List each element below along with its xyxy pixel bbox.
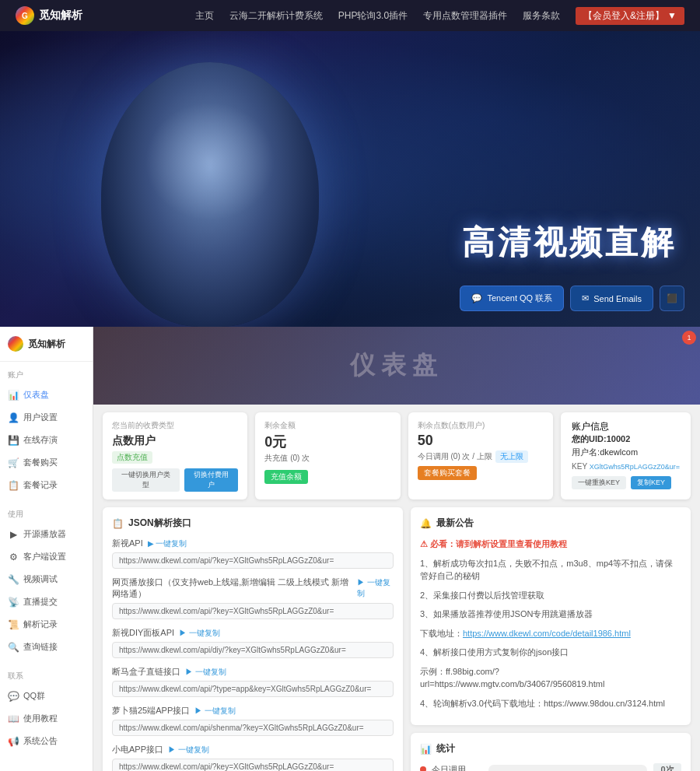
tutorial-icon: 📖 [8,713,19,724]
sidebar-item-tutorial[interactable]: 📖 使用教程 [0,707,93,730]
package-record-icon: 📋 [8,480,19,491]
nav-php[interactable]: PHP轮询3.0插件 [338,9,408,23]
nav-member[interactable]: 【会员登入&注册】 ▼ [576,7,684,25]
api-url-2: https://www.dkewl.com/api/diy/?key=XGltG… [112,642,394,658]
qq-group-icon: 💬 [8,691,19,702]
stat-card-balance: 剩余金额 0元 共充值 (0) 次 充值余额 [255,412,400,499]
api-copy-0[interactable]: ▶ 一键复制 [148,538,187,549]
statistics-title: 📊 统计 [420,742,681,755]
stats-row: 您当前的收费类型 点数用户 点数充值 一键切换用户类型 切换付费用户 剩余金额 … [93,405,700,507]
stat-card-type: 您当前的收费类型 点数用户 点数充值 一键切换用户类型 切换付费用户 [103,412,247,499]
announce-must: ⚠ 必看：请到解析设置里查看使用教程 [420,538,681,551]
stat-balance-value: 0元 [264,433,390,451]
nav-home[interactable]: 主页 [195,9,214,23]
nav-links: 主页 云海二开解析计费系统 PHP轮询3.0插件 专用点数管理器插件 服务条款 … [195,7,684,25]
panel-right: 🔔 最新公告 ⚠ 必看：请到解析设置里查看使用教程 1、解析成功每次扣1点，失败… [411,507,691,771]
stat-type-value: 点数用户 [112,434,238,448]
account-uid: 您的UID:10002 [572,433,680,445]
stat-type-label: 您当前的收费类型 [112,420,238,431]
api-item-5: 小电APP接口 ▶ 一键复制 https://www.dkewl.com/api… [112,744,394,771]
api-copy-5[interactable]: ▶ 一键复制 [168,745,209,755]
copy-key-btn[interactable]: 复制KEY [631,476,671,489]
buy-package-btn[interactable]: 套餐购买套餐 [418,466,477,480]
sidebar-item-package-record[interactable]: 📋 套餐记录 [0,474,93,496]
api-copy-1[interactable]: ▶ 一键复制 [357,577,394,599]
nav-terms[interactable]: 服务条款 [523,9,560,23]
sidebar-item-user-settings[interactable]: 👤 用户设置 [0,406,93,429]
hero-text: 高清视频直解 [462,221,677,265]
sidebar-item-dashboard[interactable]: 📊 仅表盘 [0,384,93,406]
hero-banner: 高清视频直解 💬 Tencent QQ 联系 ✉ Send Emails ⬛ [0,31,700,327]
sidebar-item-package-buy[interactable]: 🛒 套餐购买 [0,451,93,474]
stat-points-actions: 套餐购买套餐 [418,466,544,480]
sidebar-item-player[interactable]: ▶ 开源播放器 [0,523,93,545]
stat-val-0: 0次 [653,763,681,771]
account-info-card: 账户信息 您的UID:10002 用户名:dkewlcom KEY XGltGw… [561,412,691,499]
announce-item-3: 下载地址：https://www.dkewl.com/code/detail19… [420,627,681,640]
live-submit-icon: 📡 [8,597,19,608]
api-name-1: 网页播放接口（仅支持web上线端,新增编辑 二级上线模式 新增网络通） [112,576,352,600]
api-url-4: https://www.dkewl.com/api/shenma/?key=XG… [112,720,394,736]
announce-link-1[interactable]: https://www.dkewl.com/code/detail1986.ht… [463,629,631,638]
sidebar-item-qq-group[interactable]: 💬 QQ群 [0,685,93,707]
sidebar-item-online-store[interactable]: 💾 在线存演 [0,429,93,451]
sidebar-item-announcement[interactable]: 📢 系统公告 [0,730,93,752]
stat-bar-wrap-0 [488,765,647,772]
api-copy-2[interactable]: ▶ 一键复制 [179,628,220,639]
api-url-0: https://www.dkewl.com/api/?key=XGltGwhs5… [112,552,394,569]
api-url-5: https://www.dkewl.com/api/?key=XGltGwhs5… [112,759,394,771]
logo-text: 觅知解析 [39,9,82,23]
hero-astronaut [0,31,420,327]
api-copy-3[interactable]: ▶ 一键复制 [185,667,226,678]
account-key: KEY XGltGwhs5RpLAGGzZ0&ur= [572,461,680,471]
logo-icon: G [16,6,34,25]
stats-icon: 📊 [420,744,432,755]
refresh-key-btn[interactable]: 一键重换KEY [572,476,626,489]
key-value: XGltGwhs5RpLAGGzZ0&ur= [590,463,680,471]
statistics-panel: 📊 统计 今日调用 0次 [411,733,691,771]
api-item-1: 网页播放接口（仅支持web上线端,新增编辑 二级上线模式 新增网络通） ▶ 一键… [112,576,394,619]
api-copy-4[interactable]: ▶ 一键复制 [194,706,236,717]
dashboard: 觅知解析 账户 📊 仅表盘 👤 用户设置 💾 在线存演 🛒 套餐购买 📋 [0,327,700,771]
recharge-balance-btn[interactable]: 充值余额 [264,470,308,484]
sidebar-section-contact: 联系 [0,668,93,685]
sidebar-item-client-settings[interactable]: ⚙ 客户端设置 [0,545,93,568]
site-logo[interactable]: G 觅知解析 [16,6,82,25]
switch-user-type-btn[interactable]: 一键切换用户类型 [112,468,180,492]
hero-buttons: 💬 Tencent QQ 联系 ✉ Send Emails ⬛ [460,286,684,311]
client-settings-icon: ⚙ [8,552,19,562]
hero-email-btn[interactable]: ✉ Send Emails [570,286,653,311]
api-item-3: 断马盒子直链接口 ▶ 一键复制 https://www.dkewl.com/ap… [112,666,394,697]
hero-qr-btn[interactable]: ⬛ [660,286,684,311]
player-icon: ▶ [8,529,19,540]
sidebar-item-query-link[interactable]: 🔍 查询链接 [0,636,93,658]
hero-qq-btn[interactable]: 💬 Tencent QQ 联系 [460,286,564,311]
sidebar-logo-text: 觅知解析 [28,338,65,351]
api-item-4: 萝卜猫25端APP接口 ▶ 一键复制 https://www.dkewl.com… [112,705,394,736]
account-username: 用户名:dkewlcom [572,447,680,458]
api-url-3: https://www.dkewl.com/api/?type=app&key=… [112,681,394,697]
query-link-icon: 🔍 [8,642,19,653]
nav-plugin[interactable]: 专用点数管理器插件 [423,9,507,23]
stat-type-status: 点数充值 [112,451,152,464]
stat-card-points: 剩余点数(点数用户) 50 今日调用 (0) 次 / 上限 无上限 套餐购买套餐 [408,412,553,499]
api-item-0: 新视API ▶ 一键复制 https://www.dkewl.com/api/?… [112,538,394,569]
announce-item-4: 4、解析接口使用方式复制你的json接口 [420,646,681,659]
switch-paid-user-btn[interactable]: 切换付费用户 [184,468,238,492]
stat-balance-label: 剩余金额 [264,420,390,431]
stat-balance-actions: 充值余额 [264,470,390,484]
nav-yunhai[interactable]: 云海二开解析计费系统 [229,9,323,23]
announce-item-2: 3、如果播放器推荐使用JSON专用跳避播放器 [420,608,681,621]
dash-notification-badge: 1 [682,331,696,345]
sidebar-item-live-submit[interactable]: 📡 直播提交 [0,591,93,613]
stat-points-sub: 今日调用 (0) 次 / 上限 无上限 [418,450,544,463]
sidebar-section-usage: 使用 [0,506,93,523]
dashboard-icon: 📊 [8,390,19,401]
sidebar-item-parse-record[interactable]: 📜 解析记录 [0,613,93,636]
main-content: 仪表盘 1 您当前的收费类型 点数用户 点数充值 一键切换用户类型 切换付费用户… [93,327,700,771]
sidebar-logo-icon [8,336,23,352]
sidebar-section-account: 账户 [0,366,93,384]
announcements-title: 🔔 最新公告 [420,517,681,530]
sidebar-item-video-debug[interactable]: 🔧 视频调试 [0,568,93,591]
api-icon: 📋 [112,518,124,529]
